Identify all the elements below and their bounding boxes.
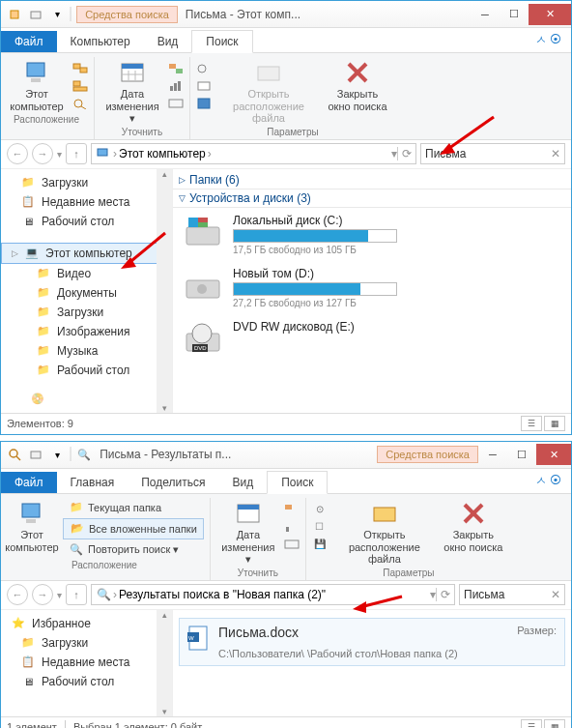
refine-other-icon[interactable] <box>168 96 184 111</box>
refine-other-icon-2[interactable] <box>284 537 300 552</box>
nav-item-extra[interactable]: 📀 <box>1 390 172 409</box>
search-box-1[interactable]: Письма ✕ <box>420 143 565 164</box>
maximize-button[interactable]: ☐ <box>500 4 529 25</box>
btn-current-folder[interactable]: 📁Текущая папка <box>63 498 204 517</box>
qat-icon-1[interactable] <box>5 5 24 24</box>
nav-desktop2[interactable]: 📁Рабочий стол <box>1 361 172 380</box>
nav-music[interactable]: 📁Музыка <box>1 341 172 361</box>
btn-all-subfolders[interactable]: 📂Все вложенные папки <box>63 518 204 539</box>
nav-scrollbar[interactable]: ▴▾ <box>157 169 172 413</box>
clear-search-icon-2[interactable]: ✕ <box>551 588 560 601</box>
minimize-button-2[interactable]: ─ <box>478 444 507 465</box>
group-params-label: Параметры <box>267 127 318 137</box>
maximize-button-2[interactable]: ☐ <box>507 444 536 465</box>
save-icon-2[interactable]: 💾 <box>312 537 328 552</box>
clear-search-icon[interactable]: ✕ <box>551 147 560 160</box>
search-tools-context-tab[interactable]: Средства поиска <box>76 6 178 23</box>
refine-size-icon[interactable] <box>168 78 184 94</box>
svg-rect-29 <box>98 149 107 156</box>
nav-forward-2[interactable]: → <box>32 584 53 605</box>
search-box-2[interactable]: Письма ✕ <box>459 584 565 605</box>
tab-home[interactable]: Главная <box>57 472 129 493</box>
search-result-item[interactable]: W Письма.docx Размер: C:\Пользователи\ \… <box>179 618 565 666</box>
drive-c-row[interactable]: Локальный диск (C:) 17,5 ГБ свободно из … <box>173 208 571 261</box>
nav-scrollbar-2[interactable]: ▴▾ <box>157 610 172 716</box>
recent-searches-icon[interactable] <box>196 61 212 76</box>
address-bar-2: ← → ▾ ↑ 🔍 › Результаты поиска в "Новая п… <box>1 581 571 610</box>
nav-videos[interactable]: 📁Видео <box>1 264 172 283</box>
svg-text:W: W <box>188 635 194 641</box>
save-search-icon[interactable] <box>196 96 212 111</box>
close-button-2[interactable]: ✕ <box>536 444 571 465</box>
nav-history-dropdown[interactable]: ▾ <box>57 149 62 160</box>
search-scope-icon-a[interactable] <box>72 61 88 76</box>
recent-icon-2[interactable]: ⊙ <box>312 502 328 517</box>
tab-search-2[interactable]: Поиск <box>267 471 328 494</box>
nav-back[interactable]: ← <box>7 143 28 164</box>
qat-dropdown[interactable]: ▾ <box>47 5 67 24</box>
btn-repeat-search[interactable]: 🔍Повторить поиск ▾ <box>63 540 204 560</box>
result-path: C:\Пользователи\ \Рабочий стол\Новая пап… <box>218 648 557 659</box>
search-glass-icon[interactable] <box>5 445 24 464</box>
view-icons-icon-2[interactable]: ▦ <box>544 719 565 728</box>
refresh-icon[interactable]: ⟳ <box>397 147 412 160</box>
tab-view-2[interactable]: Вид <box>218 472 267 493</box>
qat-icon-2[interactable] <box>26 5 45 24</box>
btn-close-search-2[interactable]: Закрыть окно поиска <box>442 498 505 555</box>
nav-desktop[interactable]: 🖥Рабочий стол <box>1 212 172 231</box>
search-tools-context-tab-2[interactable]: Средства поиска <box>377 446 478 463</box>
btn-date-modified-2[interactable]: Дата изменения ▾ <box>216 498 280 568</box>
nav-recent-2[interactable]: 📋Недавние места <box>1 653 172 672</box>
refresh-icon-2[interactable]: ⟳ <box>436 588 450 601</box>
search-scope-icon-c[interactable] <box>72 96 88 111</box>
btn-close-search[interactable]: Закрыть окно поиска <box>326 57 389 114</box>
dvd-row[interactable]: DVD DVD RW дисковод (E:) <box>173 314 571 366</box>
nav-desktop-2[interactable]: 🖥Рабочий стол <box>1 672 172 691</box>
btn-open-location-2[interactable]: Открыть расположение файла <box>331 498 438 568</box>
group-folders[interactable]: ▷Папки (6) <box>173 171 571 189</box>
nav-back-2[interactable]: ← <box>7 584 28 605</box>
refine-kind-icon[interactable] <box>168 61 184 76</box>
nav-up-2[interactable]: ↑ <box>66 584 87 605</box>
calendar-icon <box>119 59 146 86</box>
tab-file-2[interactable]: Файл <box>1 472 57 493</box>
addr-this-pc[interactable]: Этот компьютер <box>119 147 206 160</box>
tab-share[interactable]: Поделиться <box>128 472 218 493</box>
refine-size-icon-2[interactable] <box>284 519 300 535</box>
drive-d-row[interactable]: Новый том (D:) 27,2 ГБ свободно из 127 Г… <box>173 261 571 314</box>
tab-computer[interactable]: Компьютер <box>57 31 144 52</box>
btn-this-pc-2[interactable]: Этот компьютер <box>5 498 59 555</box>
group-devices[interactable]: ▽Устройства и диски (3) <box>173 189 571 208</box>
refine-kind-icon-2[interactable] <box>284 502 300 517</box>
tab-view[interactable]: Вид <box>144 31 192 52</box>
nav-this-pc[interactable]: ▷💻Этот компьютер <box>1 243 172 264</box>
nav-up[interactable]: ↑ <box>66 143 87 164</box>
nav-recent[interactable]: 📋Недавние места <box>1 192 172 212</box>
search-scope-icon-b[interactable] <box>72 78 88 94</box>
tab-search[interactable]: Поиск <box>191 30 252 53</box>
view-icons-icon[interactable]: ▦ <box>544 416 565 431</box>
view-details-icon-2[interactable]: ☰ <box>521 719 542 728</box>
ribbon-collapse[interactable]: ㅅ ⦿ <box>526 28 571 52</box>
adv-icon-2[interactable]: ☐ <box>312 519 328 535</box>
nav-favorites[interactable]: ⭐Избранное <box>1 614 172 633</box>
address-box-2[interactable]: 🔍 › Результаты поиска в "Новая папка (2)… <box>91 584 455 605</box>
address-box[interactable]: › Этот компьютер › ▾ ⟳ <box>91 143 416 164</box>
tab-file[interactable]: Файл <box>1 31 57 52</box>
qat-dropdown-2[interactable]: ▾ <box>47 445 67 464</box>
close-button[interactable]: ✕ <box>529 4 571 25</box>
nav-downloads[interactable]: 📁Загрузки <box>1 173 172 192</box>
nav-pictures[interactable]: 📁Изображения <box>1 322 172 341</box>
nav-downloads-2[interactable]: 📁Загрузки <box>1 633 172 653</box>
nav-history-dropdown-2[interactable]: ▾ <box>57 590 62 600</box>
ribbon-collapse-2[interactable]: ㅅ ⦿ <box>526 469 571 493</box>
nav-downloads2[interactable]: 📁Загрузки <box>1 303 172 322</box>
btn-date-modified[interactable]: Дата изменения ▾ <box>100 57 164 127</box>
nav-forward[interactable]: → <box>32 143 53 164</box>
nav-documents[interactable]: 📁Документы <box>1 283 172 303</box>
view-details-icon[interactable]: ☰ <box>521 416 542 431</box>
btn-this-pc[interactable]: Этот компьютер <box>5 57 69 114</box>
minimize-button[interactable]: ─ <box>471 4 500 25</box>
qat-icon-2b[interactable] <box>26 445 45 464</box>
advanced-options-icon[interactable] <box>196 78 212 94</box>
